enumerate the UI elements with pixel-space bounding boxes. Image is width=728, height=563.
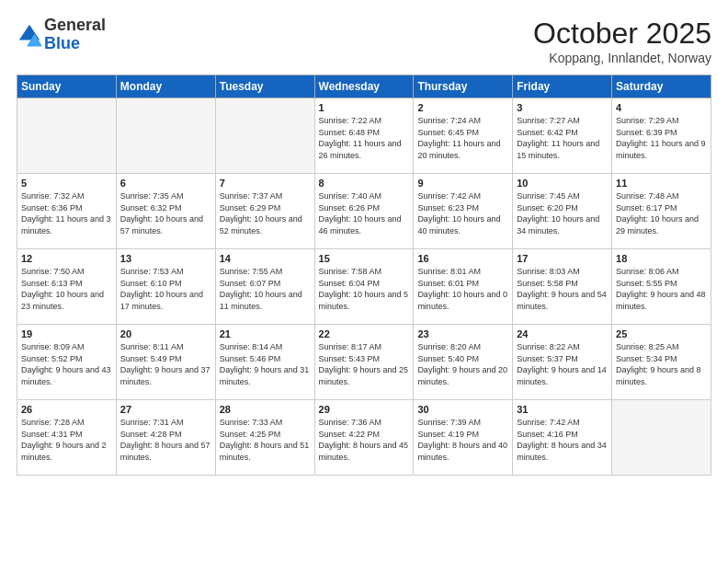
day-number: 27 [120,404,211,415]
day-number: 31 [517,404,608,415]
table-row [612,400,711,476]
cell-content: Sunrise: 7:29 AMSunset: 6:39 PMDaylight:… [616,116,706,160]
table-row: 26Sunrise: 7:28 AMSunset: 4:31 PMDayligh… [17,400,117,476]
day-number: 19 [21,328,112,339]
logo-icon [17,22,42,48]
day-number: 29 [319,404,410,415]
day-number: 1 [319,102,410,113]
col-sunday: Sunday [17,75,117,98]
col-wednesday: Wednesday [314,75,414,98]
table-row [17,98,117,174]
table-row [215,98,314,174]
table-row: 5Sunrise: 7:32 AMSunset: 6:36 PMDaylight… [17,174,117,249]
subtitle: Koppang, Innlandet, Norway [533,51,711,65]
cell-content: Sunrise: 7:31 AMSunset: 4:28 PMDaylight:… [120,418,210,462]
cell-content: Sunrise: 7:48 AMSunset: 6:17 PMDaylight:… [616,191,699,236]
day-number: 6 [120,178,211,189]
day-number: 2 [417,102,508,113]
day-number: 13 [120,253,211,264]
table-row [116,98,215,174]
cell-content: Sunrise: 7:28 AMSunset: 4:31 PMDaylight:… [21,418,107,462]
table-row: 2Sunrise: 7:24 AMSunset: 6:45 PMDaylight… [414,98,513,174]
day-number: 7 [220,178,311,189]
day-number: 10 [517,178,608,189]
day-number: 15 [319,253,410,264]
day-number: 3 [517,102,608,113]
day-number: 21 [220,328,311,339]
table-row: 27Sunrise: 7:31 AMSunset: 4:28 PMDayligh… [116,400,215,476]
calendar-week-1: 5Sunrise: 7:32 AMSunset: 6:36 PMDaylight… [17,174,711,249]
day-number: 20 [120,328,211,339]
table-row: 21Sunrise: 8:14 AMSunset: 5:46 PMDayligh… [215,325,314,400]
cell-content: Sunrise: 8:03 AMSunset: 5:58 PMDaylight:… [517,267,607,311]
table-row: 14Sunrise: 7:55 AMSunset: 6:07 PMDayligh… [215,249,314,325]
logo-general: General [44,17,106,35]
table-row: 19Sunrise: 8:09 AMSunset: 5:52 PMDayligh… [17,325,117,400]
table-row: 8Sunrise: 7:40 AMSunset: 6:26 PMDaylight… [314,174,414,249]
table-row: 17Sunrise: 8:03 AMSunset: 5:58 PMDayligh… [513,249,612,325]
table-row: 22Sunrise: 8:17 AMSunset: 5:43 PMDayligh… [314,325,414,400]
day-number: 12 [21,253,112,264]
table-row: 1Sunrise: 7:22 AMSunset: 6:48 PMDaylight… [314,98,414,174]
day-number: 9 [417,178,508,189]
cell-content: Sunrise: 7:36 AMSunset: 4:22 PMDaylight:… [319,418,409,462]
cell-content: Sunrise: 7:27 AMSunset: 6:42 PMDaylight:… [517,116,599,160]
calendar: Sunday Monday Tuesday Wednesday Thursday… [17,75,711,476]
col-friday: Friday [513,75,612,98]
cell-content: Sunrise: 7:35 AMSunset: 6:32 PMDaylight:… [120,191,203,236]
table-row: 25Sunrise: 8:25 AMSunset: 5:34 PMDayligh… [612,325,711,400]
cell-content: Sunrise: 7:32 AMSunset: 6:36 PMDaylight:… [21,191,111,236]
day-number: 14 [220,253,311,264]
day-number: 8 [319,178,410,189]
day-number: 16 [417,253,508,264]
day-number: 30 [417,404,508,415]
cell-content: Sunrise: 7:50 AMSunset: 6:13 PMDaylight:… [21,267,104,311]
cell-content: Sunrise: 7:42 AMSunset: 4:16 PMDaylight:… [517,418,607,462]
table-row: 9Sunrise: 7:42 AMSunset: 6:23 PMDaylight… [414,174,513,249]
col-monday: Monday [116,75,215,98]
day-number: 18 [616,253,707,264]
cell-content: Sunrise: 7:22 AMSunset: 6:48 PMDaylight:… [319,116,402,160]
logo-blue: Blue [44,35,106,53]
cell-content: Sunrise: 8:25 AMSunset: 5:34 PMDaylight:… [616,342,701,386]
table-row: 24Sunrise: 8:22 AMSunset: 5:37 PMDayligh… [513,325,612,400]
day-number: 5 [21,178,112,189]
header: General Blue October 2025 Koppang, Innla… [17,17,711,65]
day-number: 28 [220,404,311,415]
table-row: 18Sunrise: 8:06 AMSunset: 5:55 PMDayligh… [612,249,711,325]
day-number: 26 [21,404,112,415]
cell-content: Sunrise: 8:17 AMSunset: 5:43 PMDaylight:… [319,342,409,386]
cell-content: Sunrise: 7:55 AMSunset: 6:07 PMDaylight:… [220,267,302,311]
table-row: 6Sunrise: 7:35 AMSunset: 6:32 PMDaylight… [116,174,215,249]
cell-content: Sunrise: 8:20 AMSunset: 5:40 PMDaylight:… [417,342,507,386]
title-area: October 2025 Koppang, Innlandet, Norway [533,17,711,65]
table-row: 23Sunrise: 8:20 AMSunset: 5:40 PMDayligh… [414,325,513,400]
calendar-week-4: 26Sunrise: 7:28 AMSunset: 4:31 PMDayligh… [17,400,711,476]
cell-content: Sunrise: 7:40 AMSunset: 6:26 PMDaylight:… [319,191,402,236]
table-row: 4Sunrise: 7:29 AMSunset: 6:39 PMDaylight… [612,98,711,174]
cell-content: Sunrise: 7:45 AMSunset: 6:20 PMDaylight:… [517,191,599,236]
month-title: October 2025 [533,17,711,51]
table-row: 20Sunrise: 8:11 AMSunset: 5:49 PMDayligh… [116,325,215,400]
table-row: 29Sunrise: 7:36 AMSunset: 4:22 PMDayligh… [314,400,414,476]
day-number: 4 [616,102,707,113]
col-thursday: Thursday [414,75,513,98]
table-row: 30Sunrise: 7:39 AMSunset: 4:19 PMDayligh… [414,400,513,476]
table-row: 31Sunrise: 7:42 AMSunset: 4:16 PMDayligh… [513,400,612,476]
table-row: 28Sunrise: 7:33 AMSunset: 4:25 PMDayligh… [215,400,314,476]
cell-content: Sunrise: 7:24 AMSunset: 6:45 PMDaylight:… [417,116,500,160]
table-row: 15Sunrise: 7:58 AMSunset: 6:04 PMDayligh… [314,249,414,325]
table-row: 11Sunrise: 7:48 AMSunset: 6:17 PMDayligh… [612,174,711,249]
calendar-week-3: 19Sunrise: 8:09 AMSunset: 5:52 PMDayligh… [17,325,711,400]
cell-content: Sunrise: 8:22 AMSunset: 5:37 PMDaylight:… [517,342,607,386]
col-saturday: Saturday [612,75,711,98]
calendar-header-row: Sunday Monday Tuesday Wednesday Thursday… [17,75,711,98]
cell-content: Sunrise: 7:39 AMSunset: 4:19 PMDaylight:… [417,418,507,462]
cell-content: Sunrise: 7:58 AMSunset: 6:04 PMDaylight:… [319,267,409,311]
cell-content: Sunrise: 8:06 AMSunset: 5:55 PMDaylight:… [616,267,706,311]
table-row: 12Sunrise: 7:50 AMSunset: 6:13 PMDayligh… [17,249,117,325]
day-number: 11 [616,178,707,189]
cell-content: Sunrise: 8:09 AMSunset: 5:52 PMDaylight:… [21,342,111,386]
calendar-week-2: 12Sunrise: 7:50 AMSunset: 6:13 PMDayligh… [17,249,711,325]
table-row: 7Sunrise: 7:37 AMSunset: 6:29 PMDaylight… [215,174,314,249]
